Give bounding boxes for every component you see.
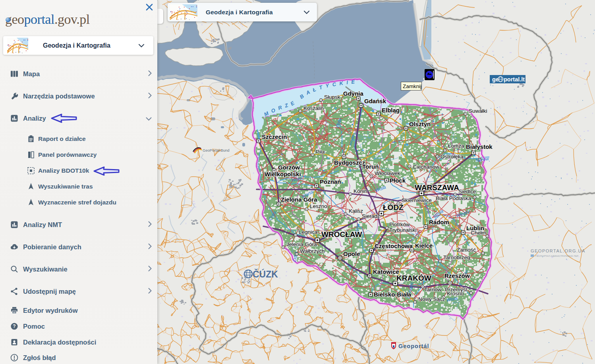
- svg-text:Trybunalski: Trybunalski: [389, 227, 417, 233]
- svg-text:Włocławek: Włocławek: [375, 170, 400, 176]
- svg-text:WROCŁAW: WROCŁAW: [321, 230, 362, 239]
- svg-text:Przemyśl: Przemyśl: [445, 287, 467, 293]
- svg-text:Tarnów: Tarnów: [424, 287, 442, 293]
- svg-text:Bydgoszcz: Bydgoszcz: [334, 159, 365, 166]
- svg-text:Biała Podlaska: Biała Podlaska: [436, 195, 471, 201]
- svg-text:Elbląg: Elbląg: [382, 107, 400, 114]
- svg-text:GEOPORTAL.ORG.UA: GEOPORTAL.ORG.UA: [531, 248, 585, 253]
- svg-text:?: ?: [13, 324, 15, 329]
- svg-text:Konin: Konin: [354, 188, 367, 194]
- svg-text:ČÚZK: ČÚZK: [253, 269, 278, 279]
- svg-text:Geoportál: Geoportál: [398, 343, 429, 349]
- svg-text:Koszalin: Koszalin: [303, 105, 324, 111]
- svg-text:Gorzów: Gorzów: [278, 164, 300, 171]
- svg-text:Łomża: Łomża: [448, 143, 464, 149]
- svg-text:Tarnobrzeg: Tarnobrzeg: [443, 254, 470, 260]
- svg-text:Suwałki: Suwałki: [469, 108, 487, 114]
- svg-text:Piotrków: Piotrków: [389, 221, 410, 227]
- svg-text:Bielsko-Biała: Bielsko-Biała: [374, 291, 411, 298]
- svg-text:Siedlce: Siedlce: [458, 189, 476, 195]
- svg-text:Opole: Opole: [343, 250, 360, 257]
- svg-text:Toruń: Toruń: [362, 163, 379, 170]
- svg-text:Białystok: Białystok: [466, 143, 493, 150]
- svg-text:portal.lt: portal.lt: [504, 76, 525, 83]
- svg-text:Częstochowa: Częstochowa: [375, 243, 413, 249]
- svg-text:Legnica: Legnica: [299, 229, 318, 235]
- svg-text:ŁÓDŹ: ŁÓDŹ: [383, 203, 404, 212]
- svg-text:Słupsk: Słupsk: [324, 94, 340, 100]
- svg-text:Poznań: Poznań: [320, 178, 341, 185]
- svg-text:Ostrołęka: Ostrołęka: [440, 154, 464, 160]
- svg-text:Kielce: Kielce: [415, 242, 433, 249]
- svg-text:Płock: Płock: [390, 177, 406, 184]
- svg-text:Zielona Góra: Zielona Góra: [281, 196, 317, 203]
- svg-text:Szczecin: Szczecin: [262, 133, 287, 140]
- svg-text:Gdańsk: Gdańsk: [364, 98, 386, 104]
- svg-text:Leszno: Leszno: [310, 203, 327, 209]
- svg-text:Nowy Sącz: Nowy Sącz: [418, 296, 445, 302]
- svg-text:Katowice: Katowice: [373, 268, 399, 275]
- svg-text:WARSZAWA: WARSZAWA: [415, 183, 459, 192]
- svg-text:ГЕОПОРТАЛ АДМІНІСТРАТИВНО-ТЕР: ГЕОПОРТАЛ АДМІНІСТРАТИВНО-ТЕР: [535, 255, 578, 257]
- svg-text:Skierniewice: Skierniewice: [402, 197, 432, 203]
- svg-text:Olsztyn: Olsztyn: [409, 121, 431, 127]
- svg-text:KRAKÓW: KRAKÓW: [396, 274, 431, 282]
- svg-text:Wielkopolski: Wielkopolski: [265, 171, 301, 177]
- svg-text:Sieradz: Sieradz: [362, 213, 380, 219]
- svg-text:Piła: Piła: [316, 149, 325, 155]
- svg-text:Gdynia: Gdynia: [343, 90, 364, 97]
- svg-text:Rzeszów: Rzeszów: [444, 272, 470, 279]
- svg-text:Ciechanów: Ciechanów: [413, 164, 439, 170]
- svg-text:GeoPortal.Bund: GeoPortal.Bund: [203, 148, 230, 152]
- svg-text:Radom: Radom: [429, 219, 449, 225]
- svg-text:Zamknij: Zamknij: [403, 83, 421, 89]
- svg-text:Jelenia Góra: Jelenia Góra: [286, 241, 317, 247]
- svg-text:Wałbrzych: Wałbrzych: [300, 248, 325, 254]
- svg-text:Kalisz: Kalisz: [349, 208, 363, 214]
- svg-text:Chełm: Chełm: [471, 230, 486, 236]
- svg-text:Zamość: Zamość: [457, 247, 476, 253]
